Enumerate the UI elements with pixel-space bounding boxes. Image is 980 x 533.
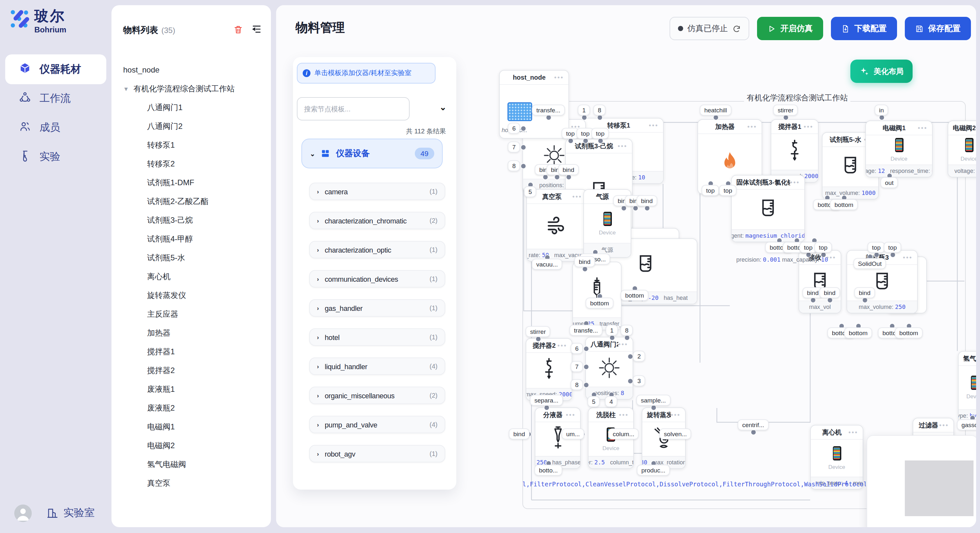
sidebar-item-experiment[interactable]: 实验 <box>0 143 111 171</box>
tree-item[interactable]: 搅拌器2 <box>111 362 271 380</box>
port-chip-transfe[interactable]: transfe... <box>570 325 603 336</box>
port-chip-4[interactable]: 4 <box>605 396 618 407</box>
port-chip-bottom[interactable]: bottom <box>620 290 649 301</box>
node-menu-icon[interactable]: ••• <box>618 143 627 150</box>
port-chip-produc[interactable]: produc... <box>637 465 670 476</box>
tree-item[interactable]: 搅拌器1 <box>111 343 271 362</box>
beautify-layout-button[interactable]: 美化布局 <box>850 60 913 83</box>
start-sim-button[interactable]: 开启仿真 <box>757 17 823 40</box>
port-chip-gasso[interactable]: gasso... <box>957 419 976 430</box>
port-dot[interactable] <box>520 163 526 169</box>
port-chip-2[interactable]: 2 <box>633 351 646 362</box>
tree-item[interactable]: 八通阀门2 <box>111 117 271 136</box>
port-chip-bottom[interactable]: bottom <box>830 199 858 210</box>
template-category-hotel[interactable]: ›hotel(1) <box>309 328 445 346</box>
tree-item[interactable]: 电磁阀2 <box>111 436 271 455</box>
port-chip-8[interactable]: 8 <box>593 105 606 116</box>
port-chip-in[interactable]: in <box>875 105 889 116</box>
template-category-communication_devices[interactable]: ›communication_devices(1) <box>309 270 445 287</box>
port-chip-solven[interactable]: solven... <box>660 428 692 439</box>
port-chip-botto[interactable]: botto... <box>535 465 562 476</box>
port-chip-bottom[interactable]: bottom <box>844 327 872 338</box>
minimap[interactable] <box>867 435 976 527</box>
port-dot[interactable] <box>583 346 589 351</box>
refresh-icon[interactable] <box>732 24 741 33</box>
node-menu-icon[interactable]: ••• <box>975 124 976 132</box>
port-chip-1[interactable]: 1 <box>578 105 590 116</box>
node-menu-icon[interactable]: ••• <box>566 411 576 418</box>
sidebar-item-cube[interactable]: 仪器耗材 <box>5 54 106 84</box>
template-category-robot_agv[interactable]: ›robot_agv(1) <box>309 445 445 462</box>
node-menu-icon[interactable]: ••• <box>572 193 582 200</box>
port-chip-6[interactable]: 6 <box>508 123 520 134</box>
canvas-node-电磁阀1[interactable]: 电磁阀1•••Devicevoltage: 12response_time: 0… <box>865 121 933 178</box>
template-category-liquid_handler[interactable]: ›liquid_handler(4) <box>309 357 445 375</box>
collapse-list-icon[interactable] <box>251 24 262 34</box>
tree-item-host-node[interactable]: host_node <box>111 61 271 80</box>
node-menu-icon[interactable]: ••• <box>790 179 800 186</box>
node-menu-icon[interactable]: ••• <box>618 341 628 348</box>
tree-item[interactable]: 八通阀门1 <box>111 98 271 117</box>
trash-icon[interactable] <box>233 24 243 34</box>
port-chip-top[interactable]: top <box>815 242 832 253</box>
port-chip-5[interactable]: 5 <box>587 396 600 407</box>
node-menu-icon[interactable]: ••• <box>918 124 928 132</box>
port-dot[interactable] <box>627 353 633 359</box>
template-category-gas_handler[interactable]: ›gas_handler(1) <box>309 299 445 317</box>
canvas-node-搅拌器2[interactable]: 搅拌器2•••max_speed: 2000 <box>526 338 572 401</box>
category-group-instruments[interactable]: ⌄ 仪器设备 49 <box>301 139 443 168</box>
port-chip-um[interactable]: um... <box>562 428 584 439</box>
tree-item[interactable]: 试剂瓶2-乙酸乙酯 <box>111 192 271 211</box>
port-chip-bind[interactable]: bind <box>854 287 875 298</box>
port-dot[interactable] <box>520 125 526 131</box>
port-chip-bind[interactable]: bind <box>509 428 530 439</box>
port-dot[interactable] <box>520 144 526 150</box>
template-category-pump_and_valve[interactable]: ›pump_and_valve(4) <box>309 416 445 433</box>
port-chip-1[interactable]: 1 <box>606 325 618 336</box>
template-category-characterization_optic[interactable]: ›characterization_optic(1) <box>309 241 445 259</box>
tree-item[interactable]: 废液瓶1 <box>111 380 271 399</box>
port-chip-top[interactable]: top <box>592 128 609 139</box>
tree-item[interactable]: 转移泵1 <box>111 136 271 155</box>
port-chip-bind[interactable]: bind <box>558 164 579 175</box>
port-chip-centrif[interactable]: centrif... <box>738 419 769 430</box>
node-menu-icon[interactable]: ••• <box>557 342 567 349</box>
template-category-characterization_chromatic[interactable]: ›characterization_chromatic(2) <box>309 212 445 229</box>
node-menu-icon[interactable]: ••• <box>619 411 629 418</box>
port-chip-7[interactable]: 7 <box>571 361 583 372</box>
tree-item[interactable]: 废液瓶2 <box>111 399 271 418</box>
template-search-input[interactable] <box>297 97 410 121</box>
canvas-node-搅拌器1[interactable]: 搅拌器1•••max_speed: 2000 <box>771 119 819 182</box>
port-chip-bind[interactable]: bind <box>819 287 840 298</box>
port-chip-separa[interactable]: separa... <box>530 395 563 406</box>
port-chip-stirrer[interactable]: stirrer <box>526 326 550 337</box>
tree-item[interactable]: 转移泵2 <box>111 155 271 174</box>
sim-status-pill[interactable]: 仿真已停止 <box>669 17 749 40</box>
node-menu-icon[interactable]: ••• <box>848 429 858 436</box>
port-chip-8[interactable]: 8 <box>508 160 520 171</box>
tree-item[interactable]: 试剂瓶1-DMF <box>111 174 271 192</box>
node-menu-icon[interactable]: ••• <box>804 123 813 130</box>
port-chip-5[interactable]: 5 <box>524 186 537 197</box>
node-menu-icon[interactable]: ••• <box>649 122 659 129</box>
minimap-viewport[interactable] <box>905 460 974 516</box>
tree-item[interactable]: 旋转蒸发仪 <box>111 286 271 305</box>
tree-group-workstation[interactable]: ▼有机化学流程综合测试工作站 <box>111 80 271 98</box>
port-chip-heatchill[interactable]: heatchill <box>700 105 732 116</box>
tree-item[interactable]: 试剂瓶4-甲醇 <box>111 230 271 249</box>
sidebar-item-members[interactable]: 成员 <box>0 113 111 143</box>
port-chip-8[interactable]: 8 <box>571 379 583 390</box>
port-chip-vacuu[interactable]: vacuu... <box>532 259 563 270</box>
tree-item[interactable]: 主反应器 <box>111 305 271 324</box>
port-chip-transfe[interactable]: transfe... <box>532 105 565 116</box>
port-dot[interactable] <box>583 364 589 370</box>
port-chip-bottom[interactable]: bottom <box>585 298 614 309</box>
canvas-node-电磁阀2[interactable]: 电磁阀2•••Devicevoltage: 12 <box>948 121 976 178</box>
avatar[interactable] <box>14 504 32 522</box>
port-dot[interactable] <box>627 378 633 384</box>
port-chip-SolidOut[interactable]: SolidOut <box>854 258 886 269</box>
port-chip-top[interactable]: top <box>719 185 737 196</box>
sidebar-item-lab[interactable]: 实验室 <box>46 506 95 520</box>
port-chip-bind[interactable]: bind <box>636 195 657 206</box>
save-config-button[interactable]: 保存配置 <box>905 17 971 40</box>
